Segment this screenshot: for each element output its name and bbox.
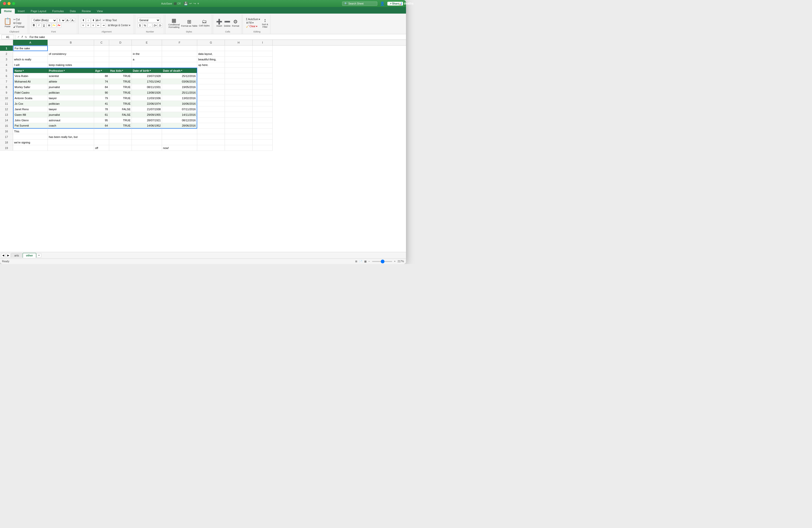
cell-a19[interactable]	[13, 145, 48, 151]
cell-b14[interactable]: astronaut	[48, 117, 94, 123]
cell-i14[interactable]	[252, 117, 273, 123]
cell-h10[interactable]	[225, 95, 252, 101]
close-button[interactable]	[3, 2, 6, 5]
cell-a8[interactable]: Morley Safer	[13, 84, 48, 90]
cell-i8[interactable]	[252, 84, 273, 90]
cell-d11[interactable]: TRUE	[109, 101, 132, 106]
cell-e16[interactable]	[132, 129, 162, 134]
paste-button[interactable]: 📋 Paste ✂ Cut ⧉ Copy 🖌	[2, 17, 26, 29]
cell-e18[interactable]	[132, 140, 162, 145]
percent-button[interactable]: %	[143, 23, 147, 28]
row-number-7[interactable]: 7	[0, 79, 13, 84]
cell-g2[interactable]: data layout,	[197, 51, 225, 57]
cell-h7[interactable]	[225, 79, 252, 84]
cell-h14[interactable]	[225, 117, 252, 123]
cell-d17[interactable]	[109, 134, 132, 140]
cell-g4[interactable]: up here.	[197, 62, 225, 68]
underline-button[interactable]: U	[42, 23, 46, 28]
sheet-tab-other[interactable]: other	[23, 253, 36, 258]
row-number-19[interactable]: 19	[0, 145, 13, 151]
cell-d14[interactable]: TRUE	[109, 117, 132, 123]
row-number-17[interactable]: 17	[0, 134, 13, 140]
cell-e13[interactable]: 29/09/1955	[132, 112, 162, 117]
cell-h13[interactable]	[225, 112, 252, 117]
cell-c1[interactable]	[94, 45, 109, 51]
tab-insert[interactable]: Insert	[15, 9, 28, 14]
cell-c12[interactable]: 78	[94, 106, 109, 112]
row-number-11[interactable]: 11	[0, 101, 13, 106]
row-number-4[interactable]: 4	[0, 62, 13, 68]
cell-f17[interactable]	[162, 134, 197, 140]
col-header-a[interactable]: A	[13, 40, 48, 45]
row-number-15[interactable]: 15	[0, 123, 13, 129]
number-format-select[interactable]: General	[137, 18, 160, 23]
increase-font-button[interactable]: A↑	[66, 18, 70, 23]
cell-b5[interactable]: Profession ▾	[48, 68, 94, 73]
row-number-8[interactable]: 8	[0, 84, 13, 90]
tab-review[interactable]: Review	[79, 9, 94, 14]
fill-button[interactable]: ⬇ Fill ▾	[245, 21, 261, 25]
prev-sheet-button[interactable]: ◀	[1, 253, 5, 258]
cell-e5[interactable]: Date of birth ▾	[132, 68, 162, 73]
cell-d3[interactable]	[109, 57, 132, 62]
orientation-button[interactable]: ab↗	[96, 18, 101, 23]
cell-c8[interactable]: 84	[94, 84, 109, 90]
row-number-14[interactable]: 14	[0, 117, 13, 123]
formula-cancel-icon[interactable]: ✗	[21, 35, 24, 39]
cell-f12[interactable]: 07/11/2016	[162, 106, 197, 112]
cell-d7[interactable]: TRUE	[109, 79, 132, 84]
cell-b11[interactable]: politician	[48, 101, 94, 106]
cell-f16[interactable]	[162, 129, 197, 134]
cell-a5[interactable]: Name ▾	[13, 68, 48, 73]
col-header-d[interactable]: D	[109, 40, 132, 45]
cell-i5[interactable]	[252, 68, 273, 73]
cell-c9[interactable]: 90	[94, 90, 109, 95]
cell-i15[interactable]	[252, 123, 273, 129]
cell-c14[interactable]: 95	[94, 117, 109, 123]
account-icon[interactable]: 👤	[380, 1, 385, 6]
cell-b7[interactable]: athlete	[48, 79, 94, 84]
autosum-button[interactable]: Σ AutoSum ▾	[245, 18, 261, 21]
tab-view[interactable]: View	[94, 9, 106, 14]
cell-d12[interactable]: FALSE	[109, 106, 132, 112]
cell-f10[interactable]: 13/02/2016	[162, 95, 197, 101]
cell-c2[interactable]	[94, 51, 109, 57]
col-header-b[interactable]: B	[48, 40, 94, 45]
cell-g8[interactable]	[197, 84, 225, 90]
cell-f3[interactable]	[162, 57, 197, 62]
cell-a11[interactable]: Jo Cox	[13, 101, 48, 106]
cut-button[interactable]: ✂ Cut	[13, 18, 25, 21]
cell-i11[interactable]	[252, 101, 273, 106]
cell-d19[interactable]	[109, 145, 132, 151]
bold-button[interactable]: B	[32, 23, 36, 28]
cell-styles-button[interactable]: 🗂 Cell Styles	[199, 18, 210, 27]
cell-i16[interactable]	[252, 129, 273, 134]
cell-b9[interactable]: politician	[48, 90, 94, 95]
cell-c19[interactable]: off	[94, 145, 109, 151]
cell-e1[interactable]	[132, 45, 162, 51]
cell-c6[interactable]: 88	[94, 73, 109, 79]
format-cells-button[interactable]: ⚙ Format	[231, 18, 240, 28]
cell-c5[interactable]: Age ▾	[94, 68, 109, 73]
cell-e10[interactable]: 11/03/1936	[132, 95, 162, 101]
indent-decrease-button[interactable]: ⇤	[96, 23, 101, 28]
font-size-select[interactable]: 12	[57, 18, 66, 23]
cell-g13[interactable]	[197, 112, 225, 117]
cell-f19[interactable]: now!	[162, 145, 197, 151]
cell-h17[interactable]	[225, 134, 252, 140]
cell-b6[interactable]: scientist	[48, 73, 94, 79]
undo-icon[interactable]: ↩	[189, 2, 192, 5]
align-middle-button[interactable]: ↕	[86, 18, 90, 23]
cell-h19[interactable]	[225, 145, 252, 151]
cell-i2[interactable]	[252, 51, 273, 57]
cell-g19[interactable]	[197, 145, 225, 151]
cell-e19[interactable]	[132, 145, 162, 151]
font-name-select[interactable]: Calibri (Body)	[32, 18, 57, 23]
cell-g3[interactable]: beautiful thing,	[197, 57, 225, 62]
cell-g16[interactable]	[197, 129, 225, 134]
cell-i18[interactable]	[252, 140, 273, 145]
fill-color-button[interactable]: A▾	[52, 23, 56, 28]
insert-button[interactable]: ➕ Insert	[216, 18, 223, 28]
cell-c13[interactable]: 61	[94, 112, 109, 117]
tab-page-layout[interactable]: Page Layout	[28, 9, 49, 14]
